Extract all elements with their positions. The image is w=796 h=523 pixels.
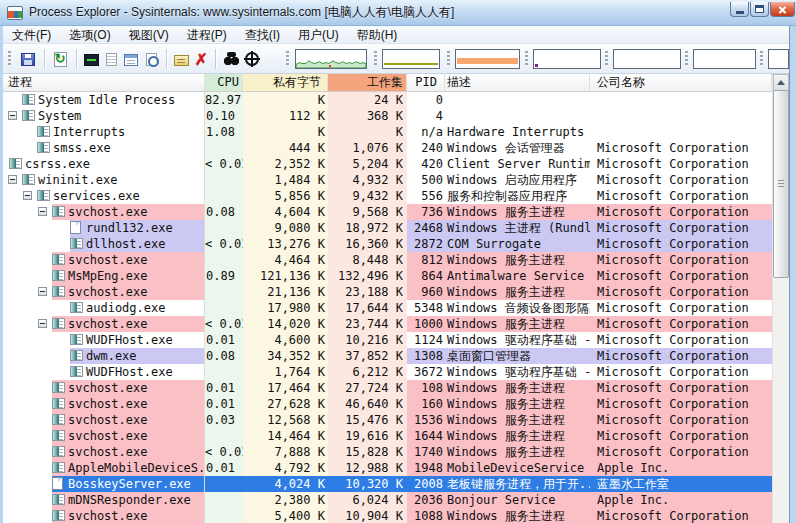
toolbar-grip[interactable]	[605, 51, 608, 67]
menu-item[interactable]: 选项(O)	[60, 26, 119, 44]
process-row[interactable]: svchost.exe0.0312,568 K15,476 K1536Windo…	[3, 412, 772, 428]
company-cell: Microsoft Corporation	[590, 156, 772, 172]
process-row[interactable]: svchost.exe0.0127,628 K46,640 K160Window…	[3, 396, 772, 412]
find-window-button[interactable]	[242, 48, 262, 70]
column-header-comp[interactable]: 公司名称	[590, 74, 772, 91]
description-cell: Windows 会话管理器	[445, 140, 590, 156]
dll-view-button[interactable]	[141, 48, 161, 70]
menu-item[interactable]: 文件(F)	[3, 26, 60, 44]
process-row[interactable]: System Idle Process82.97K24 K0	[3, 92, 772, 108]
process-row[interactable]: mDNSResponder.exe2,380 K6,024 K2036Bonjo…	[3, 492, 772, 508]
toolbar-grip[interactable]	[760, 51, 763, 67]
process-row[interactable]: WUDFHost.exe1,764 K6,212 K3672Windows 驱动…	[3, 364, 772, 380]
toolbar-grip[interactable]	[374, 51, 377, 67]
process-row[interactable]: dwm.exe0.0834,352 K37,852 K1308桌面窗口管理器Mi…	[3, 348, 772, 364]
process-row[interactable]: svchost.exe21,136 K23,188 K960Windows 服务…	[3, 284, 772, 300]
gpu-history-graph[interactable]	[613, 49, 681, 69]
memory-history-graph[interactable]	[455, 49, 520, 69]
process-row[interactable]: svchost.exe14,464 K19,616 K1644Windows 服…	[3, 428, 772, 444]
column-header-pid[interactable]: PID	[407, 74, 445, 91]
process-row[interactable]: svchost.exe< 0.0114,020 K23,744 K1000Win…	[3, 316, 772, 332]
close-button[interactable]	[770, 2, 795, 17]
process-row[interactable]: svchost.exe4,464 K8,448 K812Windows 服务主进…	[3, 252, 772, 268]
window-process-icon	[70, 302, 83, 313]
column-header-desc[interactable]: 描述	[445, 74, 590, 91]
toolbar-grip[interactable]	[685, 51, 688, 67]
process-row[interactable]: smss.exe444 K1,076 K240Windows 会话管理器Micr…	[3, 140, 772, 156]
menu-item[interactable]: 帮助(H)	[348, 26, 407, 44]
process-row[interactable]: svchost.exe0.0117,464 K27,724 K108Window…	[3, 380, 772, 396]
minimize-button[interactable]	[730, 2, 749, 17]
process-row[interactable]: svchost.exe5,400 K10,904 K1088Windows 服务…	[3, 508, 772, 523]
scroll-up-button[interactable]	[773, 74, 789, 91]
private-bytes-cell: 1,484 K	[243, 172, 328, 188]
private-bytes-cell: 13,276 K	[243, 236, 328, 252]
process-tree-button[interactable]	[121, 48, 141, 70]
process-row[interactable]: AppleMobileDeviceS...0.014,792 K12,988 K…	[3, 460, 772, 476]
kill-process-button[interactable]	[191, 48, 211, 70]
company-cell: Apple Inc.	[590, 492, 772, 508]
cpu-history-graph[interactable]	[295, 49, 367, 69]
io-history-graph[interactable]	[533, 49, 601, 69]
working-set-cell: 23,744 K	[328, 316, 407, 332]
titlebar[interactable]: Process Explorer - Sysinternals: www.sys…	[0, 0, 796, 26]
system-information-button[interactable]	[81, 48, 101, 70]
find-handle-button[interactable]	[221, 48, 241, 70]
description-cell: COM Surrogate	[445, 236, 590, 252]
process-row[interactable]: System0.10112 K368 K4	[3, 108, 772, 124]
tree-collapse-toggle[interactable]	[8, 111, 17, 120]
cpu-cell	[205, 284, 243, 300]
tree-collapse-toggle[interactable]	[38, 287, 47, 296]
working-set-cell: 24 K	[328, 92, 407, 108]
pid-cell: 160	[407, 396, 445, 412]
tree-collapse-toggle[interactable]	[38, 319, 47, 328]
save-button[interactable]	[18, 48, 38, 70]
tree-collapse-toggle[interactable]	[38, 207, 47, 216]
column-header-name[interactable]: 进程	[3, 74, 205, 91]
menu-item[interactable]: 视图(V)	[120, 26, 178, 44]
refresh-button[interactable]	[50, 48, 70, 70]
process-row[interactable]: wininit.exe1,484 K4,932 K500Windows 启动应用…	[3, 172, 772, 188]
company-cell: Microsoft Corporation	[590, 316, 772, 332]
process-row[interactable]: csrss.exe< 0.012,352 K5,204 K420Client S…	[3, 156, 772, 172]
private-bytes-cell: 5,400 K	[243, 508, 328, 523]
column-header-priv[interactable]: 私有字节	[243, 74, 328, 91]
tree-collapse-toggle[interactable]	[23, 191, 32, 200]
process-row[interactable]: Interrupts1.08KKn/aHardware Interrupts a…	[3, 124, 772, 140]
toolbar-grip[interactable]	[525, 51, 528, 67]
process-name-cell: audiodg.exe	[3, 300, 205, 316]
toolbar-grip[interactable]	[286, 51, 289, 67]
process-row[interactable]: svchost.exe0.084,604 K9,568 K736Windows …	[3, 204, 772, 220]
process-row[interactable]: dllhost.exe< 0.0113,276 K16,360 K2872COM…	[3, 236, 772, 252]
working-set-cell: 4,932 K	[328, 172, 407, 188]
process-row[interactable]: BosskeyServer.exe4,024 K10,320 K2008老板键服…	[3, 476, 772, 492]
process-row[interactable]: WUDFHost.exe0.014,600 K10,216 K1124Windo…	[3, 332, 772, 348]
column-header-ws[interactable]: 工作集	[328, 74, 407, 91]
menu-item[interactable]: 查找(I)	[236, 26, 289, 44]
find-window-icon	[245, 52, 259, 66]
private-bytes-cell: 12,568 K	[243, 412, 328, 428]
private-bytes-cell: 444 K	[243, 140, 328, 156]
menu-item[interactable]: 进程(P)	[178, 26, 236, 44]
working-set-cell: 12,988 K	[328, 460, 407, 476]
properties-button[interactable]	[171, 48, 191, 70]
toolbar-grip[interactable]	[8, 51, 11, 67]
process-row[interactable]: rundl132.exe9,080 K18,972 K2468Windows 主…	[3, 220, 772, 236]
process-columns-button[interactable]	[101, 48, 121, 70]
network-history-graph[interactable]	[693, 49, 756, 69]
maximize-button[interactable]	[750, 2, 769, 17]
scrollbar-thumb[interactable]	[773, 90, 789, 278]
process-row[interactable]: audiodg.exe17,980 K17,644 K5348Windows 音…	[3, 300, 772, 316]
column-header-cpu[interactable]: CPU	[205, 74, 243, 91]
disk-history-graph[interactable]	[768, 49, 789, 69]
toolbar-grip[interactable]	[447, 51, 450, 67]
menu-item[interactable]: 用户(U)	[289, 26, 348, 44]
tree-collapse-toggle[interactable]	[8, 175, 17, 184]
commit-history-graph[interactable]	[382, 49, 440, 69]
process-row[interactable]: MsMpEng.exe0.89121,136 K132,496 K864Anti…	[3, 268, 772, 284]
private-bytes-cell: 14,020 K	[243, 316, 328, 332]
vertical-scrollbar[interactable]	[772, 74, 789, 523]
process-row[interactable]: svchost.exe< 0.017,888 K15,828 K1740Wind…	[3, 444, 772, 460]
process-row[interactable]: services.exe5,856 K9,432 K556服务和控制器应用程序M…	[3, 188, 772, 204]
window-process-icon	[22, 174, 35, 185]
